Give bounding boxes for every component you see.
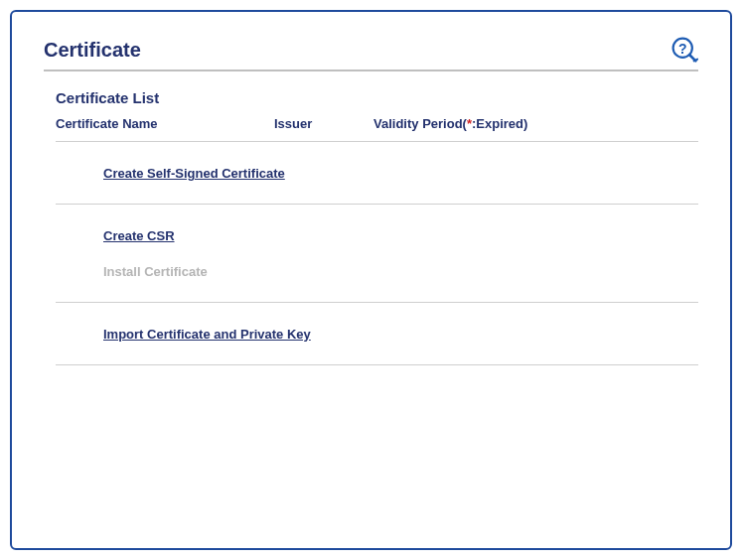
row-create-self-signed: Create Self-Signed Certificate [56, 141, 698, 204]
row-import-cert-key: Import Certificate and Private Key [56, 302, 698, 365]
validity-suffix: :Expired) [472, 116, 527, 131]
svg-text:?: ? [678, 41, 687, 57]
content-area: Certificate List Certificate Name Issuer… [44, 71, 698, 365]
create-self-signed-link[interactable]: Create Self-Signed Certificate [103, 166, 285, 181]
certificate-list-subtitle: Certificate List [56, 89, 698, 106]
col-header-issuer: Issuer [274, 116, 373, 131]
col-header-validity: Validity Period(*:Expired) [373, 116, 592, 131]
create-csr-link[interactable]: Create CSR [103, 228, 175, 243]
import-cert-key-link[interactable]: Import Certificate and Private Key [103, 327, 311, 342]
row-install-cert: Install Certificate [56, 248, 698, 302]
row-create-csr: Create CSR [56, 204, 698, 248]
header-row: Certificate ? [44, 36, 698, 71]
certificate-panel: Certificate ? Certificate List Certifica… [10, 10, 732, 550]
help-icon[interactable]: ? [670, 36, 698, 64]
column-headers: Certificate Name Issuer Validity Period(… [56, 116, 698, 131]
col-header-name: Certificate Name [56, 116, 274, 131]
install-certificate-disabled: Install Certificate [103, 264, 208, 279]
page-title: Certificate [44, 39, 141, 62]
validity-prefix: Validity Period( [373, 116, 467, 131]
